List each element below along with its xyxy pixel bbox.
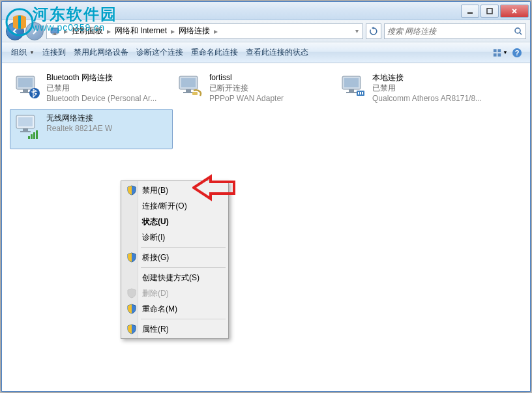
connection-status: 已禁用 — [46, 83, 156, 93]
menu-separator — [141, 267, 226, 268]
search-box[interactable] — [384, 23, 526, 39]
svg-rect-33 — [20, 131, 31, 132]
connection-device: Qualcomm Atheros AR8171/8... — [372, 93, 482, 104]
menu-status[interactable]: 状态(U) — [123, 214, 227, 229]
svg-rect-32 — [23, 128, 28, 131]
svg-rect-36 — [33, 132, 35, 139]
chevron-down-icon: ▼ — [503, 50, 508, 55]
connection-status: 已禁用 — [372, 83, 482, 93]
svg-rect-13 — [18, 78, 33, 87]
chevron-right-icon: ▸ — [63, 27, 69, 36]
disable-device-button[interactable]: 禁用此网络设备 — [70, 44, 132, 61]
menu-connect-disconnect[interactable]: 连接/断开(O) — [123, 198, 227, 214]
svg-rect-27 — [358, 92, 359, 95]
menu-delete: 删除(D) — [123, 285, 227, 301]
shield-icon — [126, 288, 137, 298]
svg-rect-15 — [20, 92, 31, 93]
connection-item-bluetooth[interactable]: Bluetooth 网络连接 已禁用 Bluetooth Device (Per… — [10, 68, 173, 109]
search-input[interactable] — [387, 27, 514, 36]
wifi-connection-icon — [14, 113, 41, 140]
svg-rect-4 — [52, 35, 57, 35]
menu-separator — [141, 319, 226, 319]
menu-create-shortcut[interactable]: 创建快捷方式(S) — [123, 270, 227, 285]
connect-to-button[interactable]: 连接到 — [38, 44, 70, 61]
menu-properties[interactable]: 属性(R) — [123, 321, 227, 337]
shield-icon — [126, 252, 137, 263]
svg-rect-0 — [467, 12, 473, 14]
svg-rect-1 — [487, 8, 492, 14]
svg-rect-20 — [183, 92, 194, 93]
shield-icon — [126, 185, 137, 196]
chevron-down-icon[interactable]: ▾ — [354, 27, 360, 35]
svg-rect-6 — [494, 49, 497, 52]
toolbar: 组织▼ 连接到 禁用此网络设备 诊断这个连接 重命名此连接 查看此连接的状态 ▼… — [2, 42, 530, 63]
connection-item-wireless[interactable]: 无线网络连接 Realtek 8821AE W — [10, 109, 173, 149]
search-icon — [514, 27, 523, 36]
svg-rect-2 — [51, 28, 59, 33]
menu-bridge[interactable]: 桥接(G) — [123, 250, 227, 265]
svg-rect-3 — [53, 33, 56, 35]
minimize-button[interactable] — [461, 5, 479, 18]
svg-rect-28 — [360, 92, 361, 95]
breadcrumb-item[interactable]: 控制面板 — [69, 25, 106, 36]
connection-name: fortissl — [209, 72, 284, 83]
rename-button[interactable]: 重命名此连接 — [187, 44, 242, 61]
watermark-logo — [5, 8, 34, 39]
svg-rect-23 — [344, 78, 359, 87]
organize-menu[interactable]: 组织▼ — [7, 44, 38, 61]
view-status-button[interactable]: 查看此连接的状态 — [242, 44, 312, 61]
menu-diagnose[interactable]: 诊断(I) — [123, 229, 227, 245]
ethernet-connection-icon — [340, 72, 367, 100]
svg-rect-9 — [497, 53, 501, 56]
menu-separator — [141, 247, 226, 248]
address-bar: ▸ 控制面板 ▸ 网络和 Internet ▸ 网络连接 ▸ ▾ — [2, 20, 530, 42]
help-button[interactable]: ? — [509, 45, 525, 61]
shield-icon — [126, 324, 137, 334]
chevron-right-icon: ▸ — [213, 27, 219, 36]
chevron-down-icon: ▼ — [29, 50, 35, 55]
content-area: Bluetooth 网络连接 已禁用 Bluetooth Device (Per… — [2, 63, 530, 391]
svg-rect-34 — [28, 136, 30, 139]
svg-rect-25 — [346, 92, 357, 93]
svg-rect-18 — [181, 78, 196, 87]
svg-point-5 — [515, 28, 520, 33]
connection-item-fortissl[interactable]: fortissl 已断开连接 PPPoP WAN Adapter — [173, 68, 336, 109]
dialup-connection-icon — [177, 72, 204, 100]
svg-rect-8 — [494, 53, 497, 56]
explorer-window: ▸ 控制面板 ▸ 网络和 Internet ▸ 网络连接 ▸ ▾ 组织▼ 连接到… — [1, 1, 531, 392]
refresh-button[interactable] — [366, 23, 381, 39]
breadcrumb[interactable]: ▸ 控制面板 ▸ 网络和 Internet ▸ 网络连接 ▸ ▾ — [46, 23, 363, 39]
svg-rect-35 — [31, 134, 33, 139]
connection-device: Realtek 8821AE W — [46, 123, 112, 134]
shield-icon — [126, 304, 137, 314]
svg-rect-21 — [192, 92, 198, 95]
connection-device: Bluetooth Device (Personal Ar... — [46, 93, 156, 104]
breadcrumb-item[interactable]: 网络和 Internet — [112, 25, 170, 36]
chevron-right-icon: ▸ — [170, 27, 176, 36]
svg-rect-29 — [362, 92, 363, 95]
connection-status: 已断开连接 — [209, 83, 284, 93]
svg-rect-7 — [497, 49, 501, 52]
svg-rect-31 — [18, 117, 33, 126]
connection-item-local[interactable]: 本地连接 已禁用 Qualcomm Atheros AR8171/8... — [336, 68, 499, 109]
connection-name: 无线网络连接 — [46, 113, 112, 123]
menu-rename[interactable]: 重命名(M) — [123, 301, 227, 317]
menu-disable[interactable]: 禁用(B) — [123, 182, 227, 198]
maximize-button[interactable] — [480, 5, 499, 18]
network-icon — [50, 26, 60, 36]
chevron-right-icon: ▸ — [106, 27, 112, 36]
bluetooth-connection-icon — [14, 72, 41, 100]
diagnose-button[interactable]: 诊断这个连接 — [132, 44, 187, 61]
connection-name: Bluetooth 网络连接 — [46, 72, 156, 83]
connection-device: PPPoP WAN Adapter — [209, 93, 284, 104]
titlebar — [2, 2, 530, 20]
breadcrumb-item[interactable]: 网络连接 — [176, 25, 213, 36]
svg-text:?: ? — [515, 49, 520, 57]
svg-rect-37 — [36, 130, 38, 139]
close-button[interactable] — [500, 5, 529, 18]
connection-name: 本地连接 — [372, 72, 482, 83]
change-view-button[interactable]: ▼ — [492, 45, 508, 61]
svg-rect-14 — [23, 89, 28, 92]
context-menu: 禁用(B) 连接/断开(O) 状态(U) 诊断(I) 桥接(G) 创建快捷方式(… — [121, 181, 229, 339]
svg-rect-19 — [186, 89, 191, 92]
